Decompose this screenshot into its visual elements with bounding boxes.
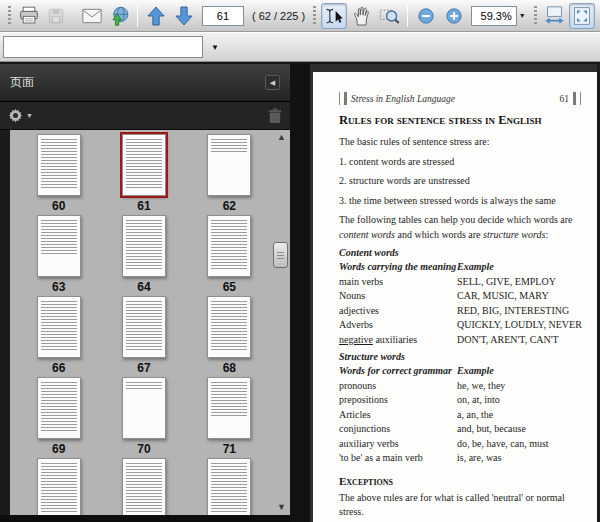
zoom-dropdown-arrow-icon[interactable]: ▼ (519, 12, 526, 19)
table-cell-example: is, are, was (457, 451, 581, 466)
find-dropdown-arrow-icon[interactable]: ▼ (211, 43, 219, 52)
thumbnail-cell: 69 (16, 377, 101, 458)
page-thumbnail-71[interactable] (207, 377, 251, 439)
page-thumbnail-62[interactable] (207, 134, 251, 196)
thumbnail-content (211, 139, 247, 153)
running-header-title: Stress in English Language (351, 94, 455, 104)
toolbar-separator (407, 5, 408, 27)
page-count-label: ( 62 / 225 ) (252, 10, 305, 22)
structure-words-section-title: Structure words (339, 351, 581, 362)
fit-width-icon (544, 6, 565, 25)
table-cell-example: on, at, into (457, 393, 581, 408)
underlined-term: negative (339, 334, 373, 345)
previous-page-button[interactable] (143, 3, 169, 29)
options-dropdown-arrow-icon: ▼ (26, 112, 33, 119)
table-cell-term: negative auxiliaries (339, 333, 457, 348)
page-thumbnail-61-selected[interactable] (122, 134, 166, 196)
thumbnail-content (211, 301, 247, 351)
page-thumbnail-63[interactable] (37, 215, 81, 277)
thumbnail-label: 69 (52, 442, 65, 456)
thumbnail-label: 66 (52, 361, 65, 375)
table-cell-term: main verbs (339, 275, 457, 290)
sidebar-options-bar: ▼ (0, 102, 290, 130)
select-tool-button[interactable] (321, 3, 347, 29)
upload-share-button[interactable] (107, 3, 133, 29)
page-number-input[interactable] (202, 6, 244, 26)
table-cell-term: Adverbs (339, 318, 457, 333)
print-button[interactable] (16, 3, 42, 29)
thumbnail-content (126, 139, 162, 189)
thumbnail-content (126, 463, 162, 513)
delete-pages-button[interactable] (268, 108, 282, 124)
thumbnail-content (126, 382, 162, 391)
rule-item: 2. structure words are unstressed (339, 173, 581, 188)
page-thumbnail-69[interactable] (37, 377, 81, 439)
page-thumbnail-65[interactable] (207, 215, 251, 277)
thumbnail-cell (101, 458, 186, 515)
page-thumbnail-68[interactable] (207, 296, 251, 358)
secondary-toolbar: ▼ (0, 32, 600, 62)
email-button[interactable] (79, 3, 105, 29)
next-page-button[interactable] (171, 3, 197, 29)
table-cell-term: prepositions (339, 393, 457, 408)
save-button[interactable] (44, 3, 70, 29)
hand-tool-button[interactable] (349, 3, 375, 29)
thumbnail-content (211, 220, 247, 270)
scrollbar-thumb[interactable] (273, 242, 288, 268)
thumbnail-grid: 60 61 62 63 (16, 134, 272, 515)
thumbnail-label: 63 (52, 280, 65, 294)
thumbnail-content (41, 463, 77, 513)
content-words-table: Words carrying the meaning Example main … (339, 260, 581, 347)
page-thumbnail-partial[interactable] (207, 458, 251, 515)
intro-text: The basic rules of sentence stress are: (339, 134, 581, 149)
content-area: 页面 ◀ ▼ (0, 62, 600, 522)
marquee-zoom-button[interactable] (376, 3, 402, 29)
thumbnail-cell: 70 (101, 377, 186, 458)
column-header: Words for correct grammar (339, 364, 457, 379)
pdf-page[interactable]: Stress in English Language 61 Rules for … (313, 72, 597, 522)
column-header: Words carrying the meaning (339, 260, 457, 275)
table-cell-example: a, an, the (457, 408, 581, 423)
find-combobox-input[interactable] (3, 36, 203, 58)
thumbnail-content (41, 139, 77, 189)
marquee-zoom-icon (379, 6, 400, 26)
thumbnail-label: 65 (223, 280, 236, 294)
thumbnail-cell: 67 (101, 296, 186, 377)
page-thumbnail-67[interactable] (122, 296, 166, 358)
thumbnail-label: 60 (52, 199, 65, 213)
thumbnail-options-button[interactable]: ▼ (8, 108, 268, 123)
running-header: Stress in English Language 61 (339, 92, 581, 105)
page-thumbnail-64[interactable] (122, 215, 166, 277)
toolbar-grip (8, 6, 11, 26)
scroll-down-arrow[interactable]: ▼ (277, 502, 286, 512)
table-cell-example: CAR, MUSIC, MARY (457, 289, 582, 304)
page-thumbnail-60[interactable] (37, 134, 81, 196)
thumbnail-label: 68 (223, 361, 236, 375)
sidebar-header: 页面 ◀ (0, 64, 290, 102)
scroll-up-arrow[interactable]: ▲ (277, 132, 286, 142)
thumbnail-cell: 62 (187, 134, 272, 215)
trash-icon (268, 108, 282, 124)
thumbnail-content (41, 220, 77, 254)
fit-width-button[interactable] (542, 3, 568, 29)
pdf-reader-window: ( 62 / 225 ) (0, 0, 600, 522)
zoom-out-button[interactable] (413, 3, 439, 29)
table-cell-example: RED, BIG, INTERESTING (457, 304, 582, 319)
fit-page-button[interactable] (569, 3, 595, 29)
table-cell-example: and, but, because (457, 422, 581, 437)
page-thumbnail-66[interactable] (37, 296, 81, 358)
table-cell-term: Nouns (339, 289, 457, 304)
zoom-in-button[interactable] (441, 3, 467, 29)
thumbnail-content (211, 463, 247, 513)
sidebar-collapse-button[interactable]: ◀ (265, 75, 280, 90)
rule-item: 1. content words are stressed (339, 154, 581, 169)
page-thumbnail-partial[interactable] (122, 458, 166, 515)
zoom-level-input[interactable] (471, 6, 517, 26)
table-cell-term: auxiliary verbs (339, 437, 457, 452)
thumbnail-label: 67 (137, 361, 150, 375)
thumbnail-content (41, 301, 77, 351)
thumbnail-label: 61 (137, 199, 150, 213)
page-thumbnail-70[interactable] (122, 377, 166, 439)
thumbnail-label: 70 (137, 442, 150, 456)
page-thumbnail-partial[interactable] (37, 458, 81, 515)
